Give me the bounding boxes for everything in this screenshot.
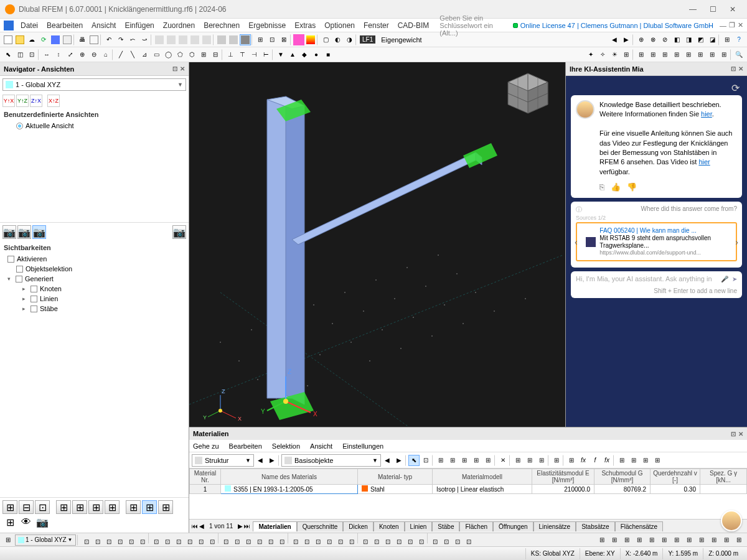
tb2-r1[interactable]: ✦ [585, 49, 596, 60]
st-icon-26[interactable]: ⊡ [382, 536, 393, 547]
tb2-r11[interactable]: ⊞ [707, 49, 718, 60]
tb-next[interactable]: ▶ [621, 34, 632, 45]
select-button[interactable]: ⬉ [2, 49, 14, 60]
st-icon-2[interactable]: ⊡ [103, 536, 115, 547]
tb2-13[interactable]: ▭ [151, 49, 162, 60]
tb2-27[interactable]: ■ [322, 49, 334, 60]
mat-prev2[interactable]: ◀ [382, 455, 393, 466]
tb2-12[interactable]: ⊿ [139, 49, 150, 60]
source-next-icon[interactable]: › [735, 237, 738, 247]
tb2-5[interactable]: ↕ [53, 49, 64, 60]
mat-tool-12[interactable]: ⊞ [551, 455, 562, 466]
bt-9[interactable]: ⊞ [142, 500, 157, 514]
st-icon-14[interactable]: ⊡ [243, 536, 254, 547]
tb-12[interactable]: ⤻ [139, 34, 150, 45]
loadcase-code[interactable]: LF1 [360, 35, 375, 44]
lines-item[interactable]: ▸Linien [0, 294, 189, 304]
tb-22[interactable]: ⊡ [266, 34, 278, 45]
bt-4[interactable]: ⊞ [56, 500, 71, 514]
bt-7[interactable]: ⊞ [105, 500, 120, 514]
refresh-button[interactable]: ⟳ [38, 34, 49, 45]
mat-pin[interactable]: ⊡ [731, 431, 736, 437]
st-icon-9[interactable]: ⊡ [184, 536, 195, 547]
save-button[interactable] [50, 34, 61, 45]
axis-x2-button[interactable]: X↑Z [47, 95, 60, 107]
mat-tool-18[interactable]: ⊞ [628, 455, 639, 466]
copy-icon[interactable]: ⎘ [599, 182, 604, 193]
tb2-26[interactable]: ● [311, 49, 322, 60]
st-icon-4[interactable]: ⊡ [126, 536, 137, 547]
tb2-r7[interactable]: ⊞ [659, 49, 670, 60]
menu-ergebnisse[interactable]: Ergebnisse [244, 21, 290, 30]
members-item[interactable]: ▸Stäbe [0, 304, 189, 314]
mdi-restore[interactable]: ❐ [729, 21, 735, 29]
mat-tool-13[interactable]: ⊞ [566, 455, 577, 466]
tab-linien[interactable]: Linien [405, 521, 433, 531]
st-r9[interactable]: ⊞ [696, 534, 707, 546]
mat-prev[interactable]: ◀ [255, 455, 266, 466]
tb2-r12[interactable]: ⊞ [718, 49, 730, 60]
viewcube[interactable] [503, 68, 553, 118]
bt-5[interactable]: ⊞ [72, 500, 87, 514]
axis-y-button[interactable]: Y↑Z [16, 95, 29, 107]
tab-prev[interactable]: ◀ [199, 523, 204, 530]
mat-tool-11[interactable]: ⊞ [536, 455, 547, 466]
menu-optionen[interactable]: Optionen [320, 21, 359, 30]
st-r5[interactable]: ⊞ [646, 534, 657, 546]
tb2-19[interactable]: ⊥ [225, 49, 236, 60]
tb2-2[interactable]: ◫ [14, 49, 26, 60]
zoom-button[interactable]: 🔍 [733, 49, 745, 60]
obj-selection-item[interactable]: Objektselektion [0, 264, 189, 274]
st-1[interactable]: ⊞ [2, 534, 14, 546]
tb2-r3[interactable]: ☀ [609, 49, 620, 60]
st-icon-1[interactable]: ⊡ [92, 536, 103, 547]
st-icon-3[interactable]: ⊡ [115, 536, 126, 547]
bt-8[interactable]: ⊞ [126, 500, 141, 514]
st-icon-31[interactable]: ⊡ [441, 536, 452, 547]
st-icon-11[interactable]: ⊡ [207, 536, 218, 547]
camera-delete-button[interactable]: 📷 [172, 225, 186, 239]
tab-stabsätze[interactable]: Stabsätze [576, 521, 614, 531]
bt-6[interactable]: ⊞ [88, 500, 103, 514]
tb-r3[interactable]: ⊘ [659, 34, 670, 45]
ai-link-1[interactable]: hier [701, 110, 712, 118]
history-button[interactable]: ⤺ [127, 34, 138, 45]
tb-r7[interactable]: ◪ [707, 34, 718, 45]
st-icon-22[interactable]: ⊡ [335, 536, 346, 547]
camera-1-button[interactable]: 📷 [2, 225, 16, 239]
tab-stäbe[interactable]: Stäbe [432, 521, 459, 531]
tb-21[interactable]: ⊞ [255, 34, 266, 45]
tb-r5[interactable]: ◨ [683, 34, 694, 45]
st-icon-0[interactable]: ⊡ [81, 536, 92, 547]
bt-1[interactable]: ⊞ [2, 500, 17, 514]
mat-tool-14[interactable]: fx [578, 455, 589, 466]
mat-tool-1[interactable]: ⬉ [408, 455, 420, 466]
st-icon-15[interactable]: ⊡ [254, 536, 265, 547]
tb2-11[interactable]: ╲ [127, 49, 138, 60]
generated-item[interactable]: ▾Generiert [0, 274, 189, 284]
current-view-item[interactable]: Aktuelle Ansicht [0, 121, 189, 131]
maximize-button[interactable]: ☐ [703, 2, 722, 16]
view-combo[interactable]: 1 - Global XYZ ▼ [2, 78, 186, 91]
tb2-15[interactable]: ⬠ [174, 49, 186, 60]
nav-close[interactable]: ✕ [180, 65, 185, 72]
tab-first[interactable]: ⏮ [192, 523, 198, 530]
tb-19[interactable] [228, 34, 239, 45]
app-menu-icon[interactable] [4, 21, 14, 30]
st-icon-28[interactable]: ⊡ [405, 536, 416, 547]
bt-2[interactable]: ⊟ [19, 500, 34, 514]
st-icon-5[interactable]: ⊡ [137, 536, 148, 547]
tb-13[interactable] [154, 34, 165, 45]
st-icon-10[interactable]: ⊡ [195, 536, 207, 547]
redo-button[interactable]: ↷ [115, 34, 126, 45]
new-button[interactable] [2, 34, 14, 45]
help-button[interactable]: ? [733, 34, 745, 45]
st-icon-32[interactable]: ⊡ [452, 536, 463, 547]
tb2-4[interactable]: ↔ [41, 49, 52, 60]
tb-15[interactable] [177, 34, 189, 45]
mat-tool-16[interactable]: fx [601, 455, 613, 466]
tb2-22[interactable]: ⊢ [260, 49, 271, 60]
ai-refresh-button[interactable]: ⟳ [571, 81, 742, 95]
tb2-23[interactable]: ▼ [275, 49, 286, 60]
st-r10[interactable]: ⊞ [708, 534, 720, 546]
